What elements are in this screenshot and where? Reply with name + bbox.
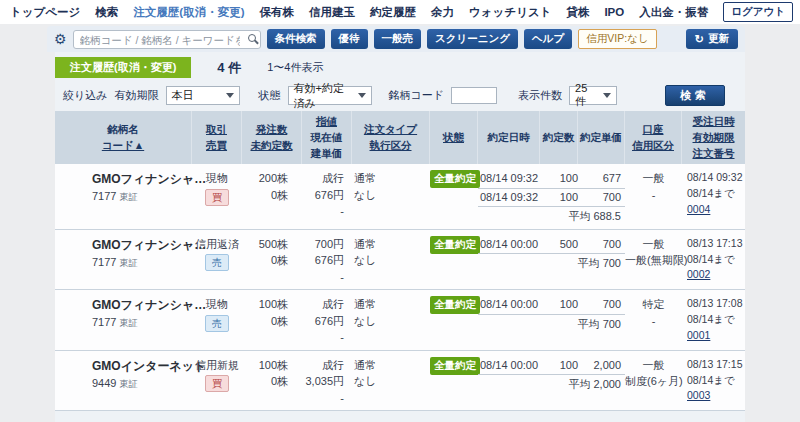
- filter-search-button[interactable]: 検索: [665, 85, 725, 106]
- nav-ipo[interactable]: IPO: [604, 6, 624, 18]
- side-badge: 買: [205, 375, 229, 392]
- header-order-type[interactable]: 注文タイプ 執行区分: [352, 111, 430, 164]
- stock-code: 7177: [92, 190, 116, 202]
- unit-price: -: [302, 329, 344, 346]
- limit-price: 700円: [302, 236, 344, 253]
- limit-price: 成行: [302, 170, 344, 187]
- fill-line: 08/14 00:00 100 2,000: [478, 357, 625, 376]
- nav-top-page[interactable]: トップページ: [10, 5, 80, 20]
- exec-condition: なし: [354, 313, 430, 330]
- limit-price: 成行: [302, 296, 344, 313]
- market-label: 東証: [120, 318, 138, 328]
- nav-execution-history[interactable]: 約定履歴: [370, 5, 416, 20]
- code-filter-label: 銘柄コード: [389, 88, 445, 103]
- market-label: 東証: [120, 192, 138, 202]
- order-number-link[interactable]: 0004: [687, 203, 710, 215]
- display-count-select[interactable]: 25件: [569, 86, 617, 105]
- order-number-link[interactable]: 0003: [687, 389, 710, 401]
- header-order-qty[interactable]: 発注数 未約定数: [242, 111, 302, 164]
- header-exec-qty: 約定数: [540, 111, 578, 164]
- nav-deposit-withdraw[interactable]: 入出金・振替: [639, 5, 708, 20]
- order-number-link[interactable]: 0001: [687, 329, 710, 341]
- side-badge: 買: [205, 189, 229, 206]
- exec-condition: なし: [354, 252, 430, 269]
- header-price[interactable]: 指値 現在値 建単価: [302, 111, 352, 164]
- received-datetime: 08/13 17:13: [687, 236, 745, 252]
- fill-price: 700: [578, 189, 625, 206]
- top-navigation: トップページ 検索 注文履歴(取消・変更) 保有株 信用建玉 約定履歴 余力 ウ…: [0, 0, 800, 24]
- nav-order-history[interactable]: 注文履歴(取消・変更): [133, 5, 244, 20]
- unit-price: -: [302, 203, 344, 220]
- market-label: 東証: [120, 258, 138, 268]
- general-sell-button[interactable]: 一般売: [374, 29, 422, 49]
- expiry: 08/14まで: [687, 373, 745, 389]
- header-received[interactable]: 受注日時 有効期限 注文番号: [682, 111, 745, 164]
- order-number-link[interactable]: 0002: [687, 268, 710, 280]
- unfilled-qty: 0株: [242, 252, 288, 269]
- refresh-button[interactable]: ↻ 更新: [686, 29, 738, 49]
- margin-type: 制度(6ヶ月): [625, 373, 682, 390]
- nav-buying-power[interactable]: 余力: [431, 5, 454, 20]
- fill-qty: 100: [540, 296, 578, 313]
- screening-button[interactable]: スクリーニング: [427, 29, 518, 49]
- order-table-header: 銘柄名 コード▲ 取引 売買 発注数 未約定数 指値 現在値 建単価 注文タイプ…: [55, 111, 745, 164]
- header-stock-name[interactable]: 銘柄名 コード▲: [55, 111, 192, 164]
- stock-code: 7177: [92, 316, 116, 328]
- chevron-down-icon: [226, 93, 234, 98]
- trade-type: 現物: [192, 170, 242, 187]
- validity-select[interactable]: 本日: [166, 86, 240, 105]
- average-price: 平均 688.5: [478, 207, 625, 225]
- fill-datetime: 08/14 00:00: [478, 357, 540, 374]
- current-price: 676円: [302, 187, 344, 204]
- validity-value: 本日: [172, 88, 194, 103]
- help-button[interactable]: ヘルプ: [524, 29, 572, 49]
- fill-datetime: 08/14 09:32: [478, 189, 540, 206]
- status-select[interactable]: 有効+約定済み: [288, 86, 372, 105]
- fill-line: 08/14 09:32 100 700: [478, 189, 625, 208]
- header-trade-side[interactable]: 取引 売買: [192, 111, 242, 164]
- result-range: 1〜4件表示: [267, 60, 323, 75]
- gear-icon[interactable]: ⚙: [54, 32, 67, 46]
- status-badge: 全量約定: [430, 296, 480, 314]
- trade-type: 信用新規: [192, 357, 242, 374]
- shareholder-benefit-button[interactable]: 優待: [331, 29, 368, 49]
- fill-line: 08/14 09:32 100 677: [478, 170, 625, 189]
- nav-holdings[interactable]: 保有株: [260, 5, 295, 20]
- display-count-label: 表示件数: [518, 88, 562, 103]
- header-status[interactable]: 状態: [430, 111, 478, 164]
- search-icon[interactable]: [248, 34, 256, 42]
- account-type: 一般: [625, 170, 682, 187]
- nav-margin-positions[interactable]: 信用建玉: [309, 5, 355, 20]
- order-type: 通常: [354, 236, 430, 253]
- unit-price: -: [302, 269, 344, 286]
- logout-button[interactable]: ログアウト: [723, 2, 793, 22]
- nav-search[interactable]: 検索: [95, 5, 118, 20]
- side-badge: 売: [205, 254, 229, 271]
- fill-qty: 500: [540, 236, 578, 253]
- margin-vip-status: 信用VIP:なし: [578, 29, 656, 49]
- received-datetime: 08/13 17:15: [687, 357, 745, 373]
- stock-name: GMOフィナンシャ…: [92, 296, 192, 314]
- exec-condition: なし: [354, 187, 430, 204]
- symbol-search-input[interactable]: [73, 30, 261, 49]
- status-value: 有効+約定済み: [294, 81, 352, 111]
- stock-code-input[interactable]: [451, 87, 497, 104]
- average-price: 平均 2,000: [478, 375, 625, 393]
- footer-notes: ●約定の詳細につきましては、約定内容のリンクをクリックしてご確認ください。 ●注…: [55, 411, 745, 422]
- conditional-search-button[interactable]: 条件検索: [267, 29, 325, 49]
- stock-name: GMOフィナンシャ…: [92, 236, 192, 254]
- fill-price: 700: [578, 296, 625, 313]
- average-price: 平均 700: [478, 254, 625, 272]
- limit-price: 成行: [302, 357, 344, 374]
- market-label: 東証: [120, 379, 138, 389]
- stock-name: GMOインターネット: [92, 357, 192, 375]
- nav-stock-lending[interactable]: 貸株: [566, 5, 589, 20]
- chevron-down-icon: [358, 93, 366, 98]
- search-toolbar: ⚙ 条件検索 優待 一般売 スクリーニング ヘルプ 信用VIP:なし ↻ 更新: [47, 26, 745, 52]
- header-exec-price: 約定単価: [578, 111, 625, 164]
- account-type: 一般: [625, 236, 682, 253]
- current-price: 3,035円: [302, 373, 344, 390]
- fill-price: 700: [578, 236, 625, 253]
- nav-watchlist[interactable]: ウォッチリスト: [469, 5, 551, 20]
- header-account[interactable]: 口座 信用区分: [625, 111, 682, 164]
